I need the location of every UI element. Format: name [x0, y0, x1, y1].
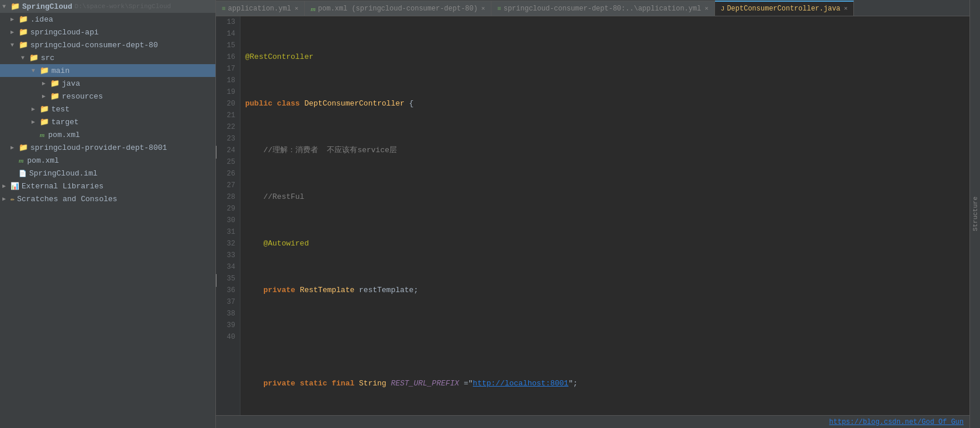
line-num-13: 13● — [218, 16, 235, 28]
sidebar-label-scratches: Scratches and Consoles — [17, 195, 117, 204]
arrow-icon: ▶ — [2, 195, 11, 202]
sidebar-item-src[interactable]: ▼ 📁 src — [0, 51, 215, 64]
line-num-14: 14● — [218, 28, 235, 40]
sidebar-item-main[interactable]: ▼ 📁 main — [0, 64, 215, 77]
sidebar-item-project-root[interactable]: ▼ 📁 SpringCloud D:\space-work\SpringClou… — [0, 0, 215, 13]
sidebar-item-resources[interactable]: ▶ 📁 resources — [0, 90, 215, 103]
arrow-icon: ▶ — [42, 93, 50, 100]
line-num-32: 32 — [218, 238, 235, 250]
line-num-40: 40 — [218, 331, 235, 343]
line-num-15: 15 — [218, 40, 235, 51]
line-num-38: 38 — [218, 308, 235, 320]
yaml-icon: ≡ — [497, 5, 501, 12]
sidebar-label-target: target — [51, 118, 79, 127]
sidebar-item-pom-80[interactable]: ▶ m pom.xml — [0, 128, 215, 141]
line-num-31: 31 — [218, 226, 235, 238]
sidebar-label-external-libraries: External Libraries — [22, 182, 103, 191]
sidebar-label-provider-8001: springcloud-provider-dept-8001 — [30, 143, 167, 152]
tab-label-application-yml-2: springcloud-consumer-dept-80:..\applicat… — [504, 5, 701, 13]
line-num-27: 27 — [218, 180, 235, 191]
tab-application-yml-2[interactable]: ≡ springcloud-consumer-dept-80:..\applic… — [491, 1, 715, 16]
line-num-28: 28 — [218, 191, 235, 203]
code-editor[interactable]: 13● 14● 15 16 17 18● 19 20 21 22 23● 24◇… — [216, 16, 969, 415]
kw-public: public — [245, 98, 277, 110]
sidebar-item-pom-root[interactable]: ▶ m pom.xml — [0, 154, 215, 167]
tab-dept-consumer-controller[interactable]: J DeptConsumerController.java × — [715, 1, 855, 16]
arrow-icon: ▶ — [2, 183, 11, 190]
ext-lib-icon: 📊 — [11, 182, 19, 191]
sidebar-item-springcloud-iml[interactable]: ▶ 📄 SpringCloud.iml — [0, 167, 215, 180]
sidebar-item-consumer-80[interactable]: ▼ 📁 springcloud-consumer-dept-80 — [0, 38, 215, 51]
line-num-18: 18● — [218, 75, 235, 86]
sidebar-item-scratches[interactable]: ▶ ✏️ Scratches and Consoles — [0, 192, 215, 205]
line-num-39: 39 — [218, 320, 235, 331]
annotation-restcontroller: @RestController — [245, 51, 313, 63]
sidebar-label-test: test — [51, 105, 69, 114]
iml-file-icon: 📄 — [19, 170, 27, 177]
folder-icon: 📁 — [29, 53, 39, 62]
arrow-icon: ▶ — [42, 80, 50, 87]
const-name: REST_URL_PREFIX — [391, 378, 464, 390]
code-content[interactable]: @RestController public class DeptConsume… — [240, 16, 969, 415]
line-numbers: 13● 14● 15 16 17 18● 19 20 21 22 23● 24◇… — [216, 16, 240, 415]
sidebar-item-test[interactable]: ▶ 📁 test — [0, 103, 215, 115]
close-icon[interactable]: × — [844, 5, 848, 12]
kw-class: class — [277, 98, 305, 110]
sidebar-item-idea[interactable]: ▶ 📁 .idea — [0, 13, 215, 26]
arrow-icon: ▶ — [32, 106, 40, 113]
line-num-36: 36 — [218, 285, 235, 296]
line-num-23: 23● — [218, 133, 235, 145]
comment-15: //理解：消费者 不应该有service层 — [245, 145, 397, 156]
project-path: D:\space-work\SpringCloud — [75, 3, 171, 10]
sidebar-item-external-libraries[interactable]: ▶ 📊 External Libraries — [0, 180, 215, 192]
line-num-20: 20 — [218, 98, 235, 110]
line-num-33: 33 — [218, 250, 235, 261]
arrow-icon: ▼ — [32, 68, 40, 74]
project-folder-icon: 📁 — [11, 2, 20, 11]
line-num-29: 29● — [218, 203, 235, 215]
line-num-34: 34● — [218, 261, 235, 273]
status-url: https://blog.csdn.net/God_Of_Gun — [829, 418, 964, 426]
line-num-30: 30 — [218, 215, 235, 226]
sidebar-label-java: java — [62, 79, 80, 88]
kw-final: final — [332, 378, 359, 390]
line-num-26: 26 — [218, 168, 235, 180]
tab-label-application-yml: application.yml — [228, 5, 291, 13]
line-num-19: 19 — [218, 86, 235, 98]
code-line-16: //RestFul — [245, 191, 965, 203]
close-icon[interactable]: × — [481, 5, 485, 12]
sidebar-item-java[interactable]: ▶ 📁 java — [0, 77, 215, 90]
line-num-35: 35◇ — [218, 273, 235, 285]
arrow-icon: ▶ — [11, 144, 19, 151]
type-resttemplate: RestTemplate — [300, 285, 359, 296]
project-name: SpringCloud — [22, 2, 72, 11]
xml-file-icon: m — [19, 157, 24, 164]
tab-pom-xml-80[interactable]: m pom.xml (springcloud-consumer-dept-80)… — [305, 1, 491, 16]
scratch-icon: ✏️ — [11, 195, 15, 204]
comment-16: //RestFul — [245, 191, 304, 203]
sidebar: ▼ 📁 SpringCloud D:\space-work\SpringClou… — [0, 0, 216, 428]
sidebar-label-pom-root: pom.xml — [27, 156, 60, 165]
kw-static: static — [300, 378, 332, 390]
sidebar-label-springcloud-iml: SpringCloud.iml — [29, 169, 97, 178]
sidebar-item-springcloud-api[interactable]: ▶ 📁 springcloud-api — [0, 26, 215, 38]
code-line-13: @RestController — [245, 51, 965, 63]
tab-application-yml[interactable]: ≡ application.yml × — [216, 1, 305, 16]
java-folder-icon: 📁 — [50, 79, 60, 88]
sidebar-item-provider-8001[interactable]: ▶ 📁 springcloud-provider-dept-8001 — [0, 141, 215, 154]
close-icon[interactable]: × — [295, 5, 299, 12]
close-icon[interactable]: × — [705, 5, 709, 12]
arrow-icon: ▶ — [11, 29, 19, 36]
code-line-15: //理解：消费者 不应该有service层 — [245, 145, 965, 156]
folder-icon: 📁 — [19, 15, 28, 24]
arrow-icon: ▼ — [21, 55, 29, 61]
sidebar-item-target[interactable]: ▶ 📁 target — [0, 115, 215, 128]
structure-panel-label[interactable]: Structure — [972, 197, 979, 231]
module-folder-icon: 📁 — [19, 143, 28, 152]
sidebar-label-consumer-80: springcloud-consumer-dept-80 — [30, 41, 158, 50]
eq: =" — [463, 378, 473, 390]
tab-bar: ≡ application.yml × m pom.xml (springclo… — [216, 0, 969, 16]
sidebar-label-pom-80: pom.xml — [48, 131, 81, 139]
line-num-22: 22 — [218, 121, 235, 133]
url-localhost: http://localhost:8001 — [473, 378, 569, 390]
